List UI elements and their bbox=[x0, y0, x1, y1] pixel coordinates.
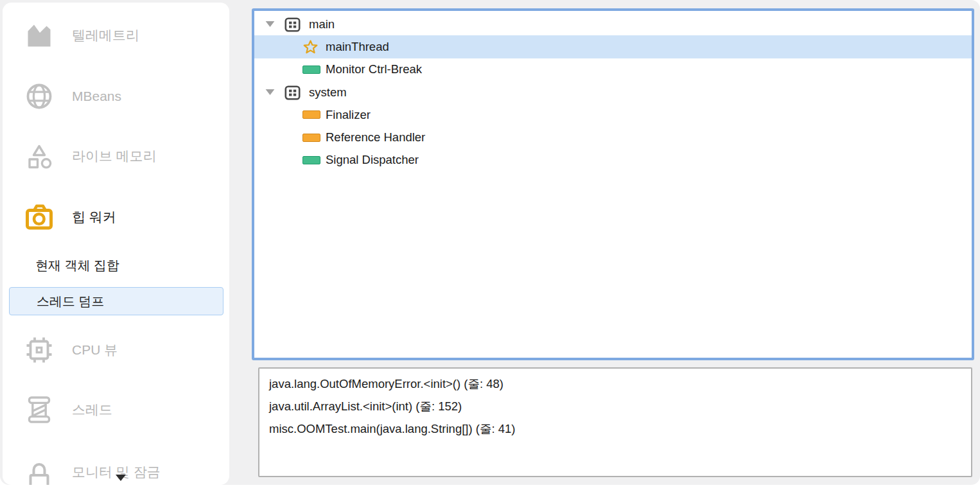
sidebar-item-label: 스레드 bbox=[72, 401, 112, 419]
thread-name: Finalizer bbox=[326, 108, 371, 122]
thread-name: Signal Dispatcher bbox=[326, 153, 419, 167]
telemetry-icon-box bbox=[24, 20, 55, 51]
thread-icon-slot bbox=[302, 62, 322, 77]
sidebar-item-label: 라이브 메모리 bbox=[72, 147, 157, 165]
sidebar-item-label: 스레드 덤프 bbox=[37, 293, 105, 310]
tree-thread-row[interactable]: mainThread bbox=[254, 35, 972, 58]
sidebar-item-cpu-views[interactable]: CPU 뷰 bbox=[3, 335, 229, 365]
sidebar-item-live-memory[interactable]: 라이브 메모리 bbox=[3, 141, 229, 171]
threads-icon-box bbox=[24, 394, 55, 425]
sidebar-item-thread-dump[interactable]: 스레드 덤프 bbox=[9, 287, 223, 315]
star-icon bbox=[302, 39, 319, 55]
thread-state-icon-running bbox=[302, 156, 320, 164]
tree-thread-row[interactable]: Finalizer bbox=[254, 103, 972, 126]
cpu-view-icon bbox=[24, 335, 55, 365]
thread-state-icon-waiting bbox=[302, 134, 320, 142]
thread-group-icon bbox=[284, 85, 301, 100]
sidebar-item-label: MBeans bbox=[72, 89, 121, 104]
tree-thread-row[interactable]: Signal Dispatcher bbox=[254, 149, 972, 171]
tree-group-row[interactable]: system bbox=[254, 81, 972, 103]
live-memory-icon bbox=[24, 141, 55, 171]
thread-state-icon-running bbox=[302, 66, 320, 74]
sidebar-item-mbeans[interactable]: MBeans bbox=[3, 81, 229, 112]
sidebar-item-label: 텔레메트리 bbox=[72, 26, 139, 44]
caret-down-icon[interactable] bbox=[265, 21, 275, 28]
monitors-locks-icon-box bbox=[24, 457, 55, 485]
sidebar-item-label: 힙 워커 bbox=[72, 208, 116, 226]
tree-thread-row[interactable]: Reference Handler bbox=[254, 126, 972, 148]
mbeans-icon bbox=[24, 81, 55, 112]
live-memory-icon-box bbox=[24, 141, 55, 171]
caret-down-icon[interactable] bbox=[265, 89, 275, 96]
telemetry-icon bbox=[24, 20, 55, 51]
heap-walker-icon bbox=[24, 202, 55, 232]
cpu-view-icon-box bbox=[24, 335, 55, 365]
thread-icon-slot bbox=[302, 107, 322, 123]
thread-tree: mainmainThreadMonitor Ctrl-BreaksystemFi… bbox=[254, 11, 972, 171]
thread-group-icon bbox=[284, 17, 301, 32]
stack-frame[interactable]: misc.OOMTest.main(java.lang.String[]) (줄… bbox=[269, 417, 971, 440]
thread-group-name: system bbox=[309, 85, 347, 100]
stack-frame[interactable]: java.lang.OutOfMemoryError.<init>() (줄: … bbox=[269, 372, 971, 395]
heap-walker-icon-box bbox=[24, 202, 55, 232]
thread-dump-tree-panel: mainmainThreadMonitor Ctrl-BreaksystemFi… bbox=[252, 8, 974, 360]
sidebar-scroll-down-icon[interactable] bbox=[116, 475, 126, 481]
thread-icon-slot bbox=[302, 152, 322, 168]
thread-icon-slot bbox=[302, 130, 322, 145]
stack-frame[interactable]: java.util.ArrayList.<init>(int) (줄: 152) bbox=[269, 395, 971, 417]
thread-icon-slot bbox=[302, 39, 322, 55]
thread-name: Monitor Ctrl-Break bbox=[326, 62, 422, 76]
sidebar-item-label: CPU 뷰 bbox=[72, 341, 118, 359]
tree-thread-row[interactable]: Monitor Ctrl-Break bbox=[254, 58, 972, 81]
view-sidebar: 텔레메트리MBeans라이브 메모리힙 워커현재 객체 집합스레드 덤프CPU … bbox=[3, 3, 229, 485]
stack-trace-panel: java.lang.OutOfMemoryError.<init>() (줄: … bbox=[258, 367, 972, 477]
sidebar-item-telemetry[interactable]: 텔레메트리 bbox=[3, 20, 229, 51]
monitors-locks-icon bbox=[24, 457, 55, 485]
sidebar-item-heap-walker[interactable]: 힙 워커 bbox=[3, 202, 229, 232]
sidebar-item-current-object-set[interactable]: 현재 객체 집합 bbox=[3, 256, 229, 274]
thread-group-name: main bbox=[309, 17, 335, 31]
thread-name: Reference Handler bbox=[326, 130, 425, 144]
sidebar-item-label: 현재 객체 집합 bbox=[35, 257, 119, 274]
mbeans-icon-box bbox=[24, 81, 55, 112]
thread-name: mainThread bbox=[326, 40, 389, 54]
sidebar-item-threads[interactable]: 스레드 bbox=[3, 394, 229, 425]
threads-icon bbox=[24, 394, 55, 425]
thread-state-icon-waiting bbox=[302, 110, 320, 119]
tree-group-row[interactable]: main bbox=[254, 13, 972, 35]
